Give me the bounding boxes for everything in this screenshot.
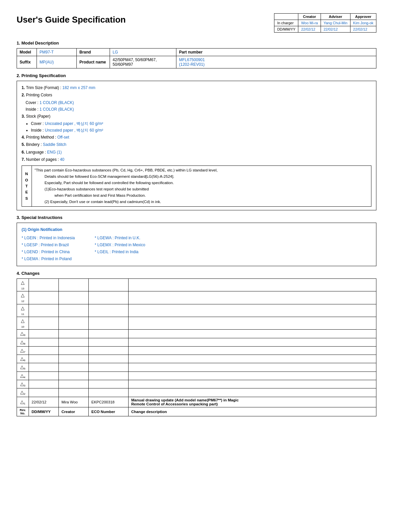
date-cell [29,279,59,291]
spec-stock-inside-label: Inside : [31,128,45,133]
section2-title: 2. Printing Specification [17,73,376,78]
creator-cell [59,304,89,317]
spec-pages: 7. Number of pages : 40 [22,156,371,163]
spec-bindery-num: 5. [22,142,25,147]
part-number-label: Part number [176,49,376,56]
spec-colors-cover: Cover : 1 COLOR (BLACK) [26,99,371,106]
notes-line2: Details should be followed Eco-SCM manag… [45,173,174,180]
approval-col-creator: Creator [298,14,321,20]
approval-row2-creator: 22/02/12 [298,26,321,33]
rev-cell: △11 [17,304,29,317]
spec-pages-value: 40 [60,157,64,162]
spec-bindery: 5. Bindery : Saddle Stitch [22,141,371,148]
creator-cell [59,291,89,304]
print-spec-box: 1. Trim Size (Format) : 182 mm x 257 mm … [17,81,376,210]
section1-title: 1. Model Description [17,41,376,46]
desc-cell [129,346,376,355]
approval-row1-adviser: Yang Chul-Min [321,20,350,26]
spec-colors: 2. Printing Colors [22,92,371,98]
model-label: Model [17,49,37,56]
spec-stock-label: Stock (Paper) [26,114,50,119]
part-number-value: MFL67500901 (1202-REV01) [176,56,376,68]
brand-label: Brand [77,49,110,56]
table-row: △11 [17,304,376,317]
triangle-icon: △ [20,348,24,353]
table-row: △12 [17,291,376,304]
spec-language-label: Language : [26,150,47,155]
origin-lgend: * LGEND : Printed in China [22,249,75,256]
section4-title: 4. Changes [17,271,376,276]
approval-table: Creator Adviser Approver In charger Woo … [274,13,376,33]
section3-title: 3. Special Instructions [17,215,376,220]
triangle-icon: △ [20,339,24,345]
desc-cell [129,330,376,338]
table-row: △8 [17,338,376,346]
eco-cell [89,330,129,338]
creator-cell [59,388,89,397]
desc-cell [129,355,376,363]
rev-cell: △12 [17,291,29,304]
table-row: △7 [17,346,376,355]
desc-cell [129,279,376,291]
table-row: △10 [17,317,376,330]
notes-line6: (2) Especially, Don't use or contain lea… [45,199,161,205]
rev-cell: △6 [17,355,29,363]
triangle-icon: △ [21,292,25,298]
date-cell [29,388,59,397]
origin-columns: * LGEIN : Printed in Indonesia * LGESP :… [22,235,371,263]
creator-cell [59,372,89,380]
date-cell [29,330,59,338]
date-cell [29,338,59,346]
table-row: △5 [17,363,376,372]
spec-colors-inside: Inside : 1 COLOR (BLACK) [26,106,371,113]
spec-trim-label: Trim Size (Format) : [26,85,62,90]
date-cell [29,363,59,372]
approval-row2-approver: 22/02/12 [350,26,376,33]
origin-lgein: * LGEIN : Printed in Indonesia [22,235,75,242]
desc-cell [129,388,376,397]
origin-lgema: * LGEMA : Printed in Poland [22,256,75,263]
spec-stock-cover-label: Cover : [31,121,45,126]
spec-language-num: 6. [22,150,25,155]
triangle-icon: △ [20,356,24,361]
desc-cell [129,380,376,388]
rev-cell: △2 [17,388,29,397]
date-cell [29,304,59,317]
spec-trim-value: 182 mm x 257 mm [62,85,95,90]
approval-row2-adviser: 22/02/12 [321,26,350,33]
rev-cell: △13 [17,279,29,291]
table-row: △3 [17,380,376,388]
rev-cell: △4 [17,372,29,380]
footer-date: DD/MM/YY [29,407,59,416]
date-cell [29,380,59,388]
spec-language-value: ENG (1) [47,150,62,155]
eco-cell [89,388,129,397]
eco-cell [89,363,129,372]
changes-creator: Mira Woo [59,397,89,407]
origin-col2: * LGEWA : Printed in U.K. * LGEMX : Prin… [95,235,145,263]
approval-row1-approver: Kim Jong-ok [350,20,376,26]
rev-cell: △8 [17,338,29,346]
desc-cell [129,304,376,317]
date-cell [29,317,59,330]
spec-colors-cover-value: 1 COLOR (BLACK) [40,100,74,105]
spec-colors-num: 2. [22,93,25,97]
spec-trim: 1. Trim Size (Format) : 182 mm x 257 mm [22,84,371,91]
creator-cell [59,317,89,330]
desc-cell [129,338,376,346]
spec-pages-label: Number of pages : [26,157,60,162]
rev-cell: △5 [17,363,29,372]
footer-eco: ECO Number [89,407,129,416]
triangle-icon: △ [21,305,25,311]
footer-creator: Creator [59,407,89,416]
approval-row1-label: In charger [274,20,298,26]
triangle-icon: △ [20,373,24,378]
creator-cell [59,380,89,388]
origin-title: (1) Origin Notification [22,226,371,233]
footer-rev: Rev. No. [17,407,29,416]
rev-cell: △10 [17,317,29,330]
eco-cell [89,338,129,346]
spec-colors-label: Printing Colors [26,93,52,97]
creator-cell [59,338,89,346]
eco-cell [89,355,129,363]
